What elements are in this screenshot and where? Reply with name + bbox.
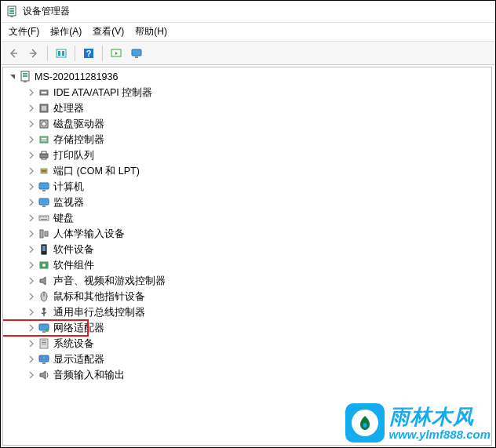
svg-rect-35 xyxy=(39,199,49,205)
svg-rect-4 xyxy=(10,16,13,17)
svg-rect-26 xyxy=(40,154,48,158)
tree-item[interactable]: 处理器 xyxy=(3,100,491,116)
expander-icon[interactable] xyxy=(25,196,38,209)
menu-help[interactable]: 帮助(H) xyxy=(130,24,172,40)
svg-rect-39 xyxy=(42,217,42,217)
expander-icon[interactable] xyxy=(25,243,38,256)
expander-icon[interactable] xyxy=(25,353,38,366)
storage-icon xyxy=(38,133,50,146)
svg-rect-15 xyxy=(23,75,27,77)
svg-rect-2 xyxy=(9,10,14,12)
tree-item[interactable]: 鼠标和其他指针设备 xyxy=(3,289,491,304)
svg-rect-24 xyxy=(42,138,46,139)
expander-icon[interactable] xyxy=(25,228,38,240)
svg-point-64 xyxy=(363,423,367,428)
svg-rect-34 xyxy=(42,190,46,191)
disk-icon xyxy=(38,118,50,130)
tree-item[interactable]: 人体学输入设备 xyxy=(3,226,491,242)
tree-item[interactable]: 网络适配器 xyxy=(3,320,491,336)
expander-icon[interactable] xyxy=(25,180,38,193)
cpu-icon xyxy=(38,102,50,115)
svg-rect-27 xyxy=(42,151,46,154)
tree-item-label: 端口 (COM 和 LPT) xyxy=(53,165,140,178)
software-icon xyxy=(38,243,50,256)
expander-icon[interactable] xyxy=(25,149,38,162)
svg-rect-43 xyxy=(41,219,47,220)
watermark: 雨林木风 www.ylmf888.com xyxy=(345,403,491,443)
tree-item-label: 打印队列 xyxy=(53,149,94,162)
svg-rect-14 xyxy=(23,73,27,75)
tree-item[interactable]: 通用串行总线控制器 xyxy=(3,304,491,320)
menu-file[interactable]: 文件(F) xyxy=(4,24,44,40)
svg-rect-1 xyxy=(9,8,14,9)
svg-rect-12 xyxy=(135,56,138,58)
tree-item-label: 存储控制器 xyxy=(53,133,104,147)
show-hidden-button[interactable] xyxy=(52,44,71,63)
svg-rect-3 xyxy=(9,13,14,14)
tree-item[interactable]: 软件组件 xyxy=(3,257,491,273)
tree-item-label: 音频输入和输出 xyxy=(53,369,125,382)
network-icon xyxy=(38,322,50,334)
expander-icon[interactable] xyxy=(25,133,38,146)
expander-icon[interactable] xyxy=(25,86,38,99)
root-label: MS-202011281936 xyxy=(35,71,118,82)
svg-rect-16 xyxy=(24,81,27,82)
toolbar-separator xyxy=(102,46,103,61)
printer-icon xyxy=(38,149,50,162)
tree-item[interactable]: 音频输入和输出 xyxy=(3,367,491,383)
svg-point-62 xyxy=(41,357,42,359)
tree-item[interactable]: 端口 (COM 和 LPT) xyxy=(3,163,491,179)
help-button[interactable]: ? xyxy=(79,44,98,63)
expander-icon[interactable] xyxy=(25,275,38,287)
tree-item-label: 鼠标和其他指针设备 xyxy=(53,290,145,304)
tree-item[interactable]: 计算机 xyxy=(3,179,491,195)
menu-action[interactable]: 操作(A) xyxy=(46,24,86,40)
tree-root[interactable]: MS-202011281936 xyxy=(3,69,491,85)
svg-rect-47 xyxy=(42,246,46,251)
tree-item[interactable]: 系统设备 xyxy=(3,336,491,351)
forward-button[interactable] xyxy=(24,44,43,63)
expander-icon[interactable] xyxy=(25,369,38,381)
expander-icon[interactable] xyxy=(25,306,38,319)
expander-icon[interactable] xyxy=(25,165,38,177)
back-button[interactable] xyxy=(4,44,23,63)
tree-item-label: 显示适配器 xyxy=(53,353,104,366)
expander-icon[interactable] xyxy=(25,118,38,130)
expander-icon[interactable] xyxy=(25,290,38,303)
tree-item[interactable]: IDE ATA/ATAPI 控制器 xyxy=(3,85,491,100)
menu-view[interactable]: 查看(V) xyxy=(88,24,129,40)
tree-item[interactable]: 键盘 xyxy=(3,210,491,226)
tree-item-label: 软件组件 xyxy=(53,259,94,272)
tree-item-label: 系统设备 xyxy=(53,337,94,351)
tree-item[interactable]: 声音、视频和游戏控制器 xyxy=(3,273,491,289)
tree-item-label: 声音、视频和游戏控制器 xyxy=(53,275,166,288)
svg-rect-36 xyxy=(42,206,46,207)
expander-icon[interactable] xyxy=(25,212,38,224)
svg-rect-5 xyxy=(57,49,66,57)
tree-item[interactable]: 显示适配器 xyxy=(3,351,491,367)
svg-rect-42 xyxy=(46,217,47,217)
tree-item[interactable]: 磁盘驱动器 xyxy=(3,116,491,132)
tree-item[interactable]: 存储控制器 xyxy=(3,132,491,148)
svg-rect-37 xyxy=(39,216,49,220)
expander-icon[interactable] xyxy=(25,337,38,350)
expander-icon[interactable] xyxy=(6,71,19,83)
tree-item[interactable]: 软件设备 xyxy=(3,242,491,257)
scan-button[interactable] xyxy=(107,44,126,63)
svg-rect-44 xyxy=(40,230,43,238)
app-icon xyxy=(5,5,18,18)
svg-rect-41 xyxy=(45,217,46,217)
expander-icon[interactable] xyxy=(25,259,38,271)
controller-icon xyxy=(38,86,50,99)
device-tree[interactable]: MS-202011281936IDE ATA/ATAPI 控制器处理器磁盘驱动器… xyxy=(2,67,492,446)
devices-button[interactable] xyxy=(127,44,146,63)
audioio-icon xyxy=(38,369,50,381)
mouse-icon xyxy=(38,290,50,303)
expander-icon[interactable] xyxy=(25,102,38,115)
computer-icon xyxy=(19,71,31,83)
expander-icon[interactable] xyxy=(25,322,38,334)
tree-item-label: 监视器 xyxy=(53,196,84,209)
tree-item[interactable]: 监视器 xyxy=(3,195,491,210)
tree-item[interactable]: 打印队列 xyxy=(3,148,491,163)
svg-rect-58 xyxy=(42,342,46,343)
